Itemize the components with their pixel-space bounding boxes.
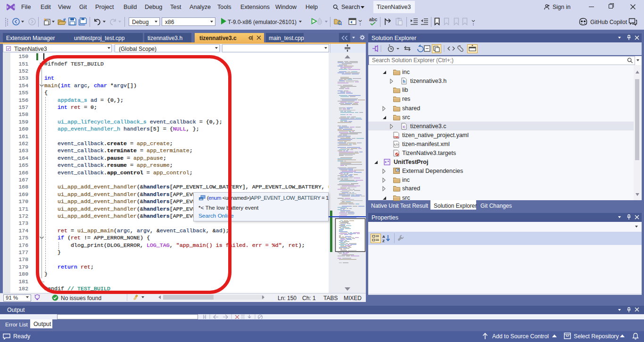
svg-text:h: h	[403, 79, 405, 84]
svg-text:A: A	[382, 235, 385, 239]
svg-text:Z: Z	[382, 239, 385, 243]
svg-text:c: c	[403, 124, 405, 129]
svg-text:YML: YML	[393, 135, 399, 138]
